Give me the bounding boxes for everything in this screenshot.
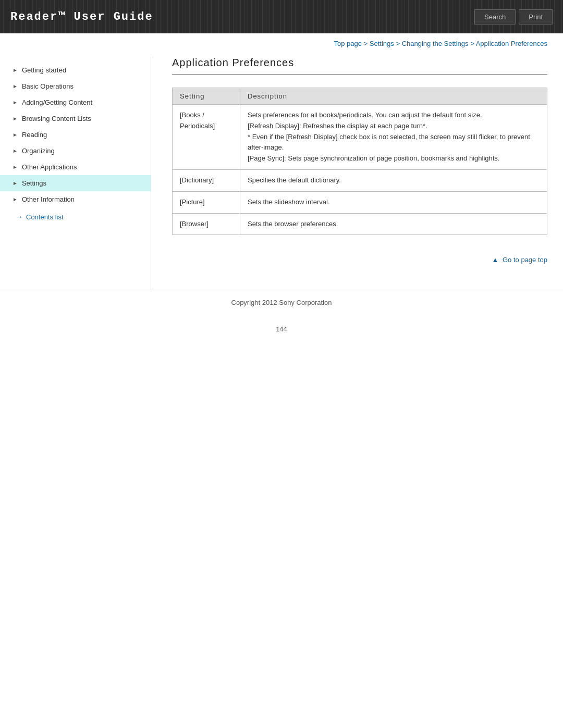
breadcrumb: Top page > Settings > Changing the Setti… — [0, 33, 563, 52]
main-content: Application Preferences Setting Descript… — [151, 57, 563, 290]
sidebar-item-adding-content[interactable]: ► Adding/Getting Content — [0, 94, 151, 110]
chevron-right-icon: ► — [13, 100, 18, 105]
sidebar: ► Getting started ► Basic Operations ► A… — [0, 57, 151, 290]
sidebar-item-basic-operations[interactable]: ► Basic Operations — [0, 78, 151, 94]
chevron-right-icon: ► — [13, 132, 18, 138]
sidebar-item-label: Getting started — [22, 66, 66, 74]
page-title: Application Preferences — [172, 57, 547, 75]
breadcrumb-app-preferences[interactable]: Application Preferences — [476, 40, 547, 47]
sidebar-item-browsing-content-lists[interactable]: ► Browsing Content Lists — [0, 110, 151, 127]
copyright-text: Copyright 2012 Sony Corporation — [231, 299, 332, 306]
sidebar-item-label: Other Applications — [22, 163, 77, 171]
sidebar-item-label: Reading — [22, 131, 47, 139]
header-buttons: Search Print — [474, 9, 553, 24]
go-to-page-top-link[interactable]: ▲ Go to page top — [492, 256, 547, 264]
sidebar-item-reading[interactable]: ► Reading — [0, 127, 151, 143]
sidebar-item-label: Basic Operations — [22, 82, 74, 90]
sidebar-item-settings[interactable]: ► Settings — [0, 175, 151, 191]
breadcrumb-changing-settings[interactable]: Changing the Settings — [402, 40, 469, 47]
sidebar-item-label: Browsing Content Lists — [22, 115, 91, 122]
arrow-right-icon: → — [16, 213, 23, 221]
header: Reader™ User Guide Search Print — [0, 0, 563, 33]
table-row: [Dictionary] Specifies the default dicti… — [173, 169, 547, 191]
footer: Copyright 2012 Sony Corporation — [0, 290, 563, 315]
sidebar-item-label: Organizing — [22, 147, 55, 155]
chevron-right-icon: ► — [13, 196, 18, 202]
breadcrumb-top-page[interactable]: Top page — [334, 40, 362, 47]
breadcrumb-settings[interactable]: Settings — [370, 40, 394, 47]
sidebar-item-label: Other Information — [22, 195, 75, 203]
chevron-right-icon: ► — [13, 67, 18, 73]
app-title: Reader™ User Guide — [10, 10, 153, 23]
table-cell-setting: [Picture] — [173, 191, 240, 213]
table-cell-description: Specifies the default dictionary. — [240, 169, 547, 191]
print-button[interactable]: Print — [519, 9, 553, 24]
chevron-right-icon: ► — [13, 83, 18, 89]
page-top-section: ▲ Go to page top — [172, 251, 547, 274]
contents-list-label: Contents list — [26, 213, 64, 221]
table-row: [Picture] Sets the slideshow interval. — [173, 191, 547, 213]
table-cell-description: Sets preferences for all books/periodica… — [240, 105, 547, 170]
col-setting: Setting — [173, 88, 240, 105]
table-row: [Browser] Sets the browser preferences. — [173, 213, 547, 235]
table-cell-description: Sets the slideshow interval. — [240, 191, 547, 213]
layout: ► Getting started ► Basic Operations ► A… — [0, 52, 563, 290]
col-description: Description — [240, 88, 547, 105]
settings-table: Setting Description [Books /Periodicals]… — [172, 88, 547, 235]
go-to-page-top-label: Go to page top — [503, 256, 547, 264]
sidebar-item-other-applications[interactable]: ► Other Applications — [0, 159, 151, 175]
chevron-right-icon: ► — [13, 180, 18, 186]
sidebar-item-label: Settings — [22, 179, 46, 187]
sidebar-item-label: Adding/Getting Content — [22, 98, 92, 106]
table-cell-description: Sets the browser preferences. — [240, 213, 547, 235]
table-row: [Books /Periodicals] Sets preferences fo… — [173, 105, 547, 170]
sidebar-item-organizing[interactable]: ► Organizing — [0, 143, 151, 159]
sidebar-item-getting-started[interactable]: ► Getting started — [0, 62, 151, 78]
table-cell-setting: [Dictionary] — [173, 169, 240, 191]
sidebar-item-other-information[interactable]: ► Other Information — [0, 191, 151, 207]
table-cell-setting: [Browser] — [173, 213, 240, 235]
search-button[interactable]: Search — [474, 9, 516, 24]
page-number: 144 — [0, 315, 563, 343]
chevron-right-icon: ► — [13, 148, 18, 154]
table-cell-setting: [Books /Periodicals] — [173, 105, 240, 170]
triangle-up-icon: ▲ — [492, 256, 498, 264]
contents-list-link[interactable]: → Contents list — [0, 207, 151, 226]
chevron-right-icon: ► — [13, 116, 18, 121]
chevron-right-icon: ► — [13, 164, 18, 170]
